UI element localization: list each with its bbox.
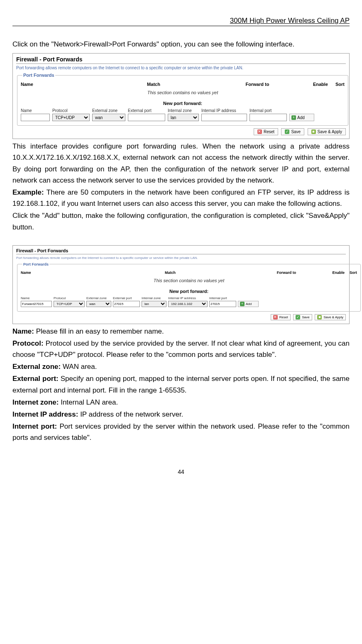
form-labels-row: Name Protocol External zone External por… bbox=[21, 108, 345, 113]
save-label: Save bbox=[291, 129, 301, 134]
extzone-select[interactable]: wan bbox=[86, 301, 111, 307]
panel-title: Firewall - Port Forwards bbox=[16, 56, 346, 64]
label-intport: Internal port bbox=[249, 108, 287, 113]
label-intzone: Internal zone bbox=[168, 108, 199, 113]
screenshot-panel-1: Firewall - Port Forwards Port forwarding… bbox=[12, 53, 350, 139]
intport-input[interactable] bbox=[209, 301, 236, 307]
def-intzone-label: Internet zone: bbox=[12, 398, 59, 406]
label-name: Name bbox=[21, 296, 52, 300]
save-icon: ✓ bbox=[285, 129, 289, 134]
save-apply-label: Save & Apply bbox=[323, 315, 343, 319]
extport-input[interactable] bbox=[128, 114, 165, 121]
col-enable: Enable bbox=[299, 82, 328, 87]
screenshot-panel-2: Firewall - Port Forwards Port forwarding… bbox=[12, 245, 350, 324]
label-name: Name bbox=[21, 108, 50, 113]
panel-description: Port forwarding allows remote computers … bbox=[16, 256, 346, 260]
save-apply-label: Save & Apply bbox=[318, 129, 342, 134]
table-header-row: Name Match Forward to Enable Sort bbox=[21, 82, 345, 87]
page-header: 300M High Power Wireless Ceiling AP bbox=[12, 17, 350, 26]
fieldset-legend: Port Forwards bbox=[22, 73, 55, 78]
def-protocol-label: Protocol: bbox=[12, 339, 44, 347]
empty-table-note: This section contains no values yet bbox=[21, 90, 345, 95]
panel-title: Firewall - Port Forwards bbox=[16, 248, 346, 254]
reset-label: Reset bbox=[279, 315, 288, 319]
save-button[interactable]: ✓ Save bbox=[281, 128, 304, 135]
intzone-select[interactable]: lan bbox=[142, 301, 166, 307]
reset-label: Reset bbox=[264, 129, 274, 134]
def-extport-label: External port: bbox=[12, 375, 59, 383]
save-apply-button[interactable]: ■ Save & Apply bbox=[315, 314, 346, 320]
def-name-text: Please fill in an easy to remember name. bbox=[34, 327, 164, 335]
port-forwards-fieldset: Port Forwards Name Match Forward to Enab… bbox=[17, 262, 361, 312]
protocol-select[interactable]: TCP+UDP bbox=[52, 114, 90, 121]
def-extport-text: Specify an opening port, mapped to the i… bbox=[12, 375, 350, 394]
fieldset-legend: Port Forwards bbox=[22, 262, 49, 266]
save-apply-button[interactable]: ■ Save & Apply bbox=[308, 128, 346, 135]
table-header-row: Name Match Forward to Enable Sort bbox=[21, 271, 357, 275]
form-inputs-row: TCP+UDP wan lan + Add bbox=[21, 114, 345, 121]
save-apply-icon: ■ bbox=[311, 129, 316, 134]
save-label: Save bbox=[302, 315, 309, 319]
intip-select[interactable]: 192.168.1.102 bbox=[168, 301, 208, 307]
def-extzone-label: External zone: bbox=[12, 363, 61, 371]
label-protocol: Protocol bbox=[54, 296, 85, 300]
col-enable: Enable bbox=[324, 271, 345, 275]
label-intip: Internal IP address bbox=[168, 296, 208, 300]
protocol-select[interactable]: TCP+UDP bbox=[54, 301, 85, 307]
port-forwards-fieldset: Port Forwards Name Match Forward to Enab… bbox=[17, 73, 348, 126]
new-port-heading: New port forward: bbox=[21, 101, 345, 106]
intro-paragraph: Click on the "Network>Firewall>Port Forw… bbox=[12, 39, 350, 50]
extzone-select[interactable]: wan bbox=[92, 114, 125, 121]
body-paragraph-2: Click the "Add" button, make the followi… bbox=[12, 210, 350, 232]
save-button[interactable]: ✓ Save bbox=[293, 314, 312, 320]
form-inputs-row: TCP+UDP wan lan 192.168.1.102 + Add bbox=[21, 301, 357, 307]
page-number: 44 bbox=[12, 468, 350, 475]
label-extport: External port bbox=[113, 296, 140, 300]
def-extzone-text: WAN area. bbox=[61, 363, 97, 371]
add-label: Add bbox=[297, 115, 305, 120]
def-intip-label: Internet IP address: bbox=[12, 410, 78, 418]
col-sort: Sort bbox=[328, 82, 345, 87]
example-text: There are 50 computers in the network ha… bbox=[12, 188, 350, 207]
example-label: Example: bbox=[12, 188, 44, 196]
col-forward: Forward to bbox=[249, 271, 324, 275]
add-label: Add bbox=[246, 302, 252, 306]
col-name: Name bbox=[21, 271, 91, 275]
col-name: Name bbox=[21, 82, 91, 87]
def-intzone-text: Internal LAN area. bbox=[59, 398, 118, 406]
name-input[interactable] bbox=[21, 114, 50, 121]
col-match: Match bbox=[91, 82, 216, 87]
extport-input[interactable] bbox=[113, 301, 140, 307]
add-button[interactable]: + Add bbox=[289, 114, 314, 121]
reset-button[interactable]: ✕ Reset bbox=[254, 128, 278, 135]
def-name-label: Name: bbox=[12, 327, 34, 335]
name-input[interactable] bbox=[21, 301, 52, 307]
def-intip-text: IP address of the network server. bbox=[78, 410, 183, 418]
empty-table-note: This section contains no values yet bbox=[21, 278, 357, 283]
reset-icon: ✕ bbox=[257, 129, 262, 134]
col-forward: Forward to bbox=[216, 82, 299, 87]
reset-icon: ✕ bbox=[273, 315, 278, 320]
field-definitions: Name: Please fill in an easy to remember… bbox=[12, 326, 350, 444]
body-paragraph-1: This interface provides configure port f… bbox=[12, 141, 350, 186]
panel-description: Port forwarding allows remote computers … bbox=[16, 66, 346, 70]
col-sort: Sort bbox=[345, 271, 357, 275]
def-intport-text: Port services provided by the server wit… bbox=[12, 422, 350, 442]
new-port-heading: New port forward: bbox=[21, 289, 357, 294]
def-protocol-text: Protocol used by the service provided by… bbox=[12, 339, 350, 359]
label-protocol: Protocol bbox=[52, 108, 90, 113]
example-paragraph: Example: There are 50 computers in the n… bbox=[12, 187, 350, 209]
add-button[interactable]: + Add bbox=[238, 301, 259, 307]
label-extport: External port bbox=[128, 108, 165, 113]
intport-input[interactable] bbox=[249, 114, 287, 121]
intip-input[interactable] bbox=[201, 114, 247, 121]
add-icon: + bbox=[291, 115, 296, 120]
action-buttons-row: ✕ Reset ✓ Save ■ Save & Apply bbox=[16, 314, 346, 320]
form-labels-row: Name Protocol External zone External por… bbox=[21, 296, 357, 300]
save-icon: ✓ bbox=[296, 315, 300, 320]
label-intip: Internal IP address bbox=[201, 108, 247, 113]
add-icon: + bbox=[240, 302, 245, 306]
intzone-select[interactable]: lan bbox=[168, 114, 199, 121]
save-apply-icon: ■ bbox=[317, 315, 322, 320]
reset-button[interactable]: ✕ Reset bbox=[271, 314, 291, 320]
